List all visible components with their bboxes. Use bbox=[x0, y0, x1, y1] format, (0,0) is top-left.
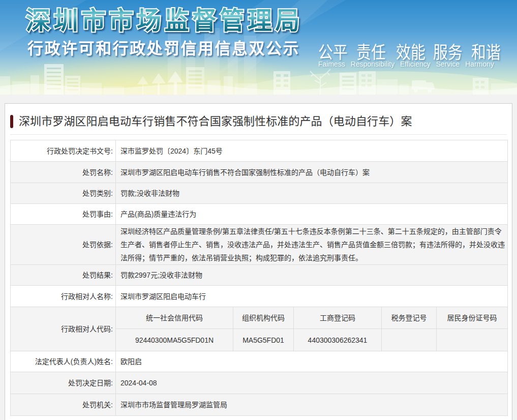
field-label: 处罚决定日期: bbox=[11, 372, 116, 394]
field-value: 深圳市市场监督管理局罗湖监管局 bbox=[116, 394, 508, 416]
site-title: 深圳市市场监督管理局 bbox=[26, 7, 303, 34]
slogan-word-en: Responsibility bbox=[351, 60, 394, 68]
slogan-word: 和谐 bbox=[471, 44, 501, 61]
code-column-header: 组织机构代码 bbox=[233, 307, 294, 329]
slogan-word: 效能 bbox=[396, 44, 425, 61]
table-row: 处罚机关:深圳市市场监督管理局罗湖监管局 bbox=[11, 394, 508, 416]
field-value: 罚款;没收非法财物 bbox=[116, 183, 508, 204]
case-title: 深圳市罗湖区阳启电动车行销售不符合国家强制性标准的产品（电动自行车）案 bbox=[19, 115, 412, 128]
slogan-word-en: Service bbox=[436, 60, 460, 68]
field-value: 欧阳启 bbox=[116, 351, 508, 372]
code-value bbox=[382, 329, 437, 351]
code-column-header: 工商登记码 bbox=[294, 307, 382, 329]
site-header: 深圳市市场监督管理局 行政许可和行政处罚信用信息双公示 公平 责任 效能 服务 … bbox=[0, 0, 517, 95]
field-value: 产品(商品)质量违法行为 bbox=[116, 204, 508, 225]
field-label: 处罚依据: bbox=[11, 225, 116, 265]
field-value: 罚款2997元;没收非法财物 bbox=[116, 265, 508, 286]
field-value: 2024-04-08 bbox=[116, 372, 508, 394]
code-column-header: 居民身份证号码 bbox=[437, 307, 508, 329]
field-value: 深圳经济特区产品质量管理条例/第五章法律责任/第五十七条违反本条例第二十三条、第… bbox=[116, 225, 508, 265]
header-slogan: 公平 责任 效能 服务 和谐 Faimess Responsibility Ef… bbox=[318, 44, 498, 59]
table-row: 处罚结果:罚款2997元;没收非法财物 bbox=[11, 265, 508, 286]
field-label: 处罚机关: bbox=[11, 394, 116, 416]
slogan-word: 服务 bbox=[433, 44, 463, 61]
field-value: 深圳市罗湖区阳启电动车行销售不符合国家强制性标准的产品（电动自行车）案 bbox=[116, 162, 508, 183]
field-label: 行政相对人代码: bbox=[11, 307, 116, 351]
code-value: MA5G5FD01 bbox=[233, 329, 294, 351]
slogan-word-en: Faimess bbox=[318, 60, 345, 68]
slogan-word: 公平 bbox=[318, 44, 348, 61]
field-label: 行政相对人名称: bbox=[11, 286, 116, 307]
penalty-table-body: 行政处罚决定书文号:深市监罗处罚〔2024〕东门45号处罚名称:深圳市罗湖区阳启… bbox=[11, 140, 508, 416]
field-label: 法定代表人(负责人)姓名: bbox=[11, 351, 116, 372]
slogan-word-en: Harmony bbox=[465, 60, 494, 68]
title-divider bbox=[10, 134, 507, 135]
table-row: 处罚事由:产品(商品)质量违法行为 bbox=[11, 204, 508, 225]
field-label: 处罚结果: bbox=[11, 265, 116, 286]
slogan-word-en: Efficiency bbox=[400, 60, 431, 68]
table-row: 处罚决定日期:2024-04-08 bbox=[11, 372, 508, 394]
page: 深圳市市场监督管理局 行政许可和行政处罚信用信息双公示 公平 责任 效能 服务 … bbox=[0, 0, 517, 420]
site-subtitle: 行政许可和行政处罚信用信息双公示 bbox=[27, 40, 300, 57]
slogan-chinese: 公平 责任 效能 服务 和谐 bbox=[318, 44, 498, 59]
table-row: 行政处罚决定书文号:深市监罗处罚〔2024〕东门45号 bbox=[11, 140, 508, 162]
title-accent-bar bbox=[10, 115, 13, 128]
table-row: 行政相对人名称:深圳市罗湖区阳启电动车行 bbox=[11, 286, 508, 307]
slogan-english: Faimess Responsibility Efficiency Servic… bbox=[318, 60, 494, 68]
field-label: 行政处罚决定书文号: bbox=[11, 140, 116, 162]
table-row: 处罚依据:深圳经济特区产品质量管理条例/第五章法律责任/第五十七条违反本条例第二… bbox=[11, 225, 508, 265]
case-title-bar: 深圳市罗湖区阳启电动车行销售不符合国家强制性标准的产品（电动自行车）案 bbox=[10, 104, 507, 128]
field-value: 深圳市罗湖区阳启电动车行 bbox=[116, 286, 508, 307]
field-value: 深市监罗处罚〔2024〕东门45号 bbox=[116, 140, 508, 162]
table-row: 处罚类别:罚款;没收非法财物 bbox=[11, 183, 508, 204]
code-column-header: 税务登记号 bbox=[382, 307, 437, 329]
code-value bbox=[437, 329, 508, 351]
table-row: 处罚名称:深圳市罗湖区阳启电动车行销售不符合国家强制性标准的产品（电动自行车）案 bbox=[11, 162, 508, 183]
party-code-header-row: 行政相对人代码:统一社会信用代码组织机构代码工商登记码税务登记号居民身份证号码 bbox=[11, 307, 508, 329]
field-label: 处罚类别: bbox=[11, 183, 116, 204]
slogan-word: 责任 bbox=[356, 44, 386, 61]
penalty-table: 行政处罚决定书文号:深市监罗处罚〔2024〕东门45号处罚名称:深圳市罗湖区阳启… bbox=[10, 140, 508, 416]
field-label: 处罚名称: bbox=[11, 162, 116, 183]
code-value: 440300306262341 bbox=[294, 329, 382, 351]
content-panel: 深圳市罗湖区阳启电动车行销售不符合国家强制性标准的产品（电动自行车）案 行政处罚… bbox=[5, 103, 512, 420]
code-value: 92440300MA5G5FD01N bbox=[116, 329, 233, 351]
field-label: 处罚事由: bbox=[11, 204, 116, 225]
table-row: 法定代表人(负责人)姓名:欧阳启 bbox=[11, 351, 508, 372]
code-column-header: 统一社会信用代码 bbox=[116, 307, 233, 329]
